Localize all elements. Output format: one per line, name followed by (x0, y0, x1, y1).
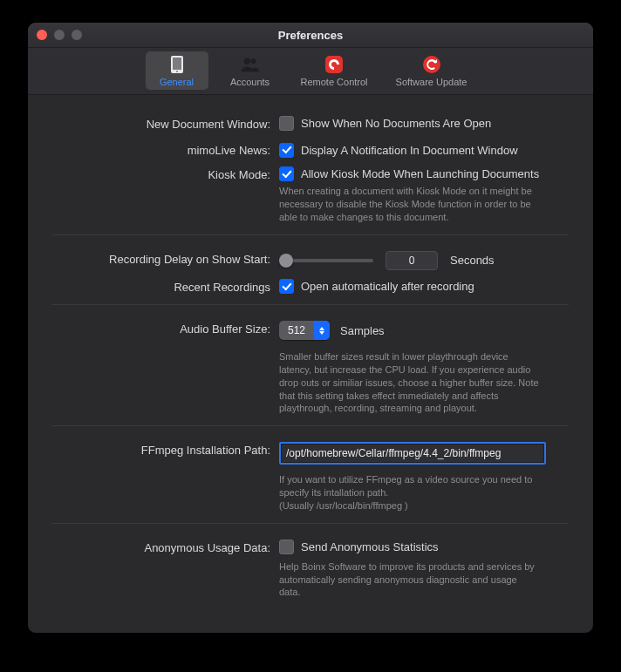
checkbox-icon (279, 143, 294, 158)
slider-knob[interactable] (279, 254, 293, 268)
close-button[interactable] (37, 30, 47, 40)
accounts-icon (240, 54, 261, 75)
checkbox-icon (279, 279, 294, 294)
audio-buffer-size-label: Audio Buffer Size: (52, 321, 279, 336)
svg-point-3 (243, 58, 249, 64)
general-icon (167, 54, 188, 75)
ffmpeg-path-input[interactable]: /opt/homebrew/Cellar/ffmpeg/4.4_2/bin/ff… (279, 442, 546, 465)
separator (52, 523, 569, 524)
recording-delay-label: Recording Delay on Show Start: (52, 251, 279, 266)
tab-general-label: General (160, 77, 194, 87)
svg-point-6 (423, 56, 440, 73)
checkbox-icon (279, 116, 294, 131)
svg-point-4 (250, 58, 256, 64)
recording-delay-unit: Seconds (450, 254, 495, 267)
audio-buffer-help: Smaller buffer sizes result in lower pla… (279, 350, 541, 415)
minimize-button[interactable] (54, 30, 65, 40)
send-anonymous-stats-checkbox[interactable]: Send Anonymous Statistics (279, 540, 439, 554)
tab-accounts[interactable]: Accounts (219, 51, 282, 90)
checkbox-icon (279, 540, 294, 554)
recent-recordings-label: Recent Recordings (52, 279, 279, 294)
tab-remote-control[interactable]: Remote Control (292, 51, 377, 90)
anonymous-usage-help: Help Boinx Software to improve its produ… (279, 560, 541, 600)
checkbox-label: Send Anonymous Statistics (301, 540, 439, 553)
recording-delay-value[interactable]: 0 (386, 251, 438, 270)
window-title: Preferences (278, 29, 343, 42)
anonymous-usage-label: Anonymous Usage Data: (52, 540, 279, 554)
zoom-button[interactable] (72, 30, 82, 40)
checkbox-label: Show When No Documents Are Open (301, 117, 491, 130)
allow-kiosk-mode-checkbox[interactable]: Allow Kiosk Mode When Launching Document… (279, 166, 539, 181)
show-when-no-documents-checkbox[interactable]: Show When No Documents Are Open (279, 116, 491, 131)
svg-point-2 (176, 71, 178, 72)
audio-buffer-size-select[interactable]: 512 (279, 321, 330, 340)
window-controls (37, 30, 82, 40)
separator (52, 425, 569, 426)
new-document-window-label: New Document Window: (52, 116, 279, 131)
tab-software-update[interactable]: Software Update (387, 51, 476, 90)
audio-buffer-unit: Samples (340, 324, 385, 337)
ffmpeg-path-label: FFmpeg Installation Path: (52, 442, 279, 457)
separator (52, 234, 569, 235)
titlebar: Preferences (28, 23, 593, 48)
remote-control-icon (324, 54, 345, 75)
stepper-arrows-icon (314, 321, 330, 340)
software-update-icon (421, 54, 442, 75)
tab-update-label: Software Update (396, 77, 467, 87)
checkbox-label: Open automatically after recording (301, 280, 474, 293)
kiosk-mode-label: Kiosk Mode: (52, 166, 279, 181)
recording-delay-slider[interactable] (279, 259, 373, 262)
svg-rect-1 (173, 58, 181, 70)
tab-general[interactable]: General (146, 51, 208, 90)
toolbar: General Accounts Remote Control Software… (28, 48, 593, 95)
kiosk-mode-help: When creating a document with Kiosk Mode… (279, 185, 541, 224)
checkbox-label: Allow Kiosk Mode When Launching Document… (301, 167, 539, 180)
checkbox-icon (279, 166, 294, 181)
preferences-window: Preferences General Accounts Remote Cont… (27, 22, 594, 634)
checkbox-label: Display A Notification In Document Windo… (301, 144, 518, 157)
ffmpeg-help: If you want to utilize FFmpeg as a video… (279, 473, 541, 512)
display-notification-checkbox[interactable]: Display A Notification In Document Windo… (279, 143, 518, 158)
separator (52, 304, 569, 305)
tab-accounts-label: Accounts (230, 77, 270, 87)
mimolive-news-label: mimoLive News: (52, 142, 279, 157)
svg-rect-5 (325, 56, 343, 73)
select-value: 512 (279, 324, 314, 336)
tab-remote-label: Remote Control (301, 77, 368, 87)
open-automatically-checkbox[interactable]: Open automatically after recording (279, 279, 474, 294)
preferences-body: New Document Window: Show When No Docume… (28, 95, 593, 633)
